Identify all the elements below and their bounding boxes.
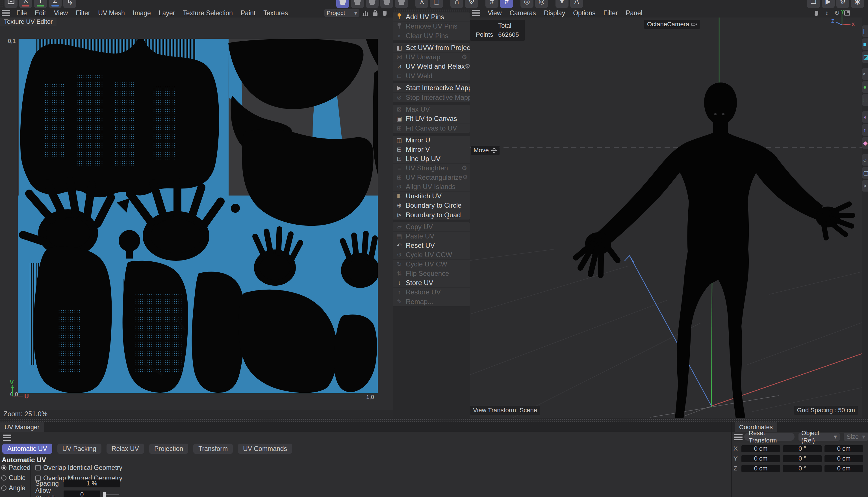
command-start-interactive-mapping[interactable]: ▶Start Interactive Mapping [393, 83, 470, 93]
command-max-uv[interactable]: ⊠Max UV [393, 105, 470, 114]
grid-snap-icon[interactable]: # [485, 0, 498, 8]
checkbox-overlap-identical-geometry[interactable]: Overlap Identical Geometry [35, 464, 122, 472]
command-mirror-v[interactable]: ⊟Mirror V [393, 145, 470, 154]
command-uv-rectangularize[interactable]: ⊞UV Rectangularize⚙ [393, 173, 470, 182]
target-rings-icon[interactable]: ◎ [521, 0, 533, 8]
field-input[interactable]: 0 [63, 491, 100, 497]
lasso-selection-icon[interactable] [366, 0, 379, 8]
gear-icon[interactable]: ⚙ [462, 174, 468, 181]
command-store-uv[interactable]: ↓Store UV [393, 278, 470, 288]
command-add-uv-pins[interactable]: Add UV Pins [393, 12, 470, 22]
coordinate-mode-dropdown[interactable]: Object (Rel)▾ [798, 433, 840, 441]
make-editable-icon[interactable]: [ [862, 25, 868, 37]
x-scale-field[interactable]: 0 cm [825, 445, 863, 452]
y-pos-field[interactable]: 0 cm [741, 455, 780, 462]
tab-relax-uv[interactable]: Relax UV [106, 444, 144, 454]
menu-view[interactable]: View [54, 9, 68, 17]
axis-x-lock-button[interactable]: X [19, 0, 32, 8]
uv-unwrap-tool-icon[interactable]: ⋏ [415, 0, 428, 8]
command-align-uv-islands[interactable]: ↺Align UV Islands [393, 182, 470, 191]
enable-axis-icon[interactable]: ↑ [862, 124, 868, 136]
target-gear-icon[interactable]: ◎ [535, 0, 548, 8]
viewport-menu-view[interactable]: View [488, 9, 501, 17]
panel-splitter[interactable] [0, 418, 868, 422]
radio-packed[interactable]: Packed [1, 464, 30, 472]
y-rot-field[interactable]: 0 ° [783, 455, 822, 462]
tab-uv-packing[interactable]: UV Packing [57, 444, 101, 454]
z-rot-field[interactable]: 0 ° [783, 465, 822, 472]
normal-mode-icon[interactable]: ◆ [862, 137, 868, 148]
menu-file[interactable]: File [16, 9, 27, 17]
viewport-camera-label[interactable]: OctaneCamera [644, 20, 700, 29]
polygon-selection-icon[interactable] [380, 0, 393, 8]
axis-y-lock-button[interactable]: Y [34, 0, 47, 8]
tab-automatic-uv[interactable]: Automatic UV [2, 444, 52, 454]
viewport-solo-icon[interactable]: ◌ [862, 154, 868, 166]
menu-edit[interactable]: Edit [35, 9, 46, 17]
command-set-uvw-from-projection[interactable]: ◧Set UVW from Projection⚙ [393, 43, 470, 53]
slider-knob[interactable] [103, 492, 106, 497]
gear-icon[interactable]: ⚙ [460, 53, 468, 61]
pin-badge-icon[interactable]: ▼ [555, 0, 569, 8]
menu-layer[interactable]: Layer [159, 9, 175, 17]
command-uv-weld-and-relax[interactable]: ⊿UV Weld and Relax⚙ [393, 62, 470, 71]
coordinates-hamburger-icon[interactable] [734, 434, 742, 440]
gear-icon[interactable]: ⚙ [460, 165, 468, 172]
x-rot-field[interactable]: 0 ° [783, 445, 822, 452]
menu-image[interactable]: Image [133, 9, 151, 17]
command-copy-uv[interactable]: ▱Copy UV [393, 222, 470, 232]
command-restore-uv[interactable]: ↑Restore UV [393, 288, 470, 297]
points-mode-icon[interactable]: ● [862, 81, 868, 93]
model-mode-icon[interactable]: ■ [862, 39, 868, 50]
command-uv-straighten[interactable]: ≡UV Straighten⚙ [393, 164, 470, 173]
viewport-layout-icon[interactable]: ❒ [807, 0, 820, 8]
radio-cubic[interactable]: Cubic [1, 474, 30, 482]
menu-filter[interactable]: Filter [76, 9, 90, 17]
menu-uv-mesh[interactable]: UV Mesh [98, 9, 125, 17]
command-boundary-to-circle[interactable]: ⊕Boundary to Circle [393, 201, 470, 210]
project-dropdown[interactable]: Project ▾ [324, 9, 359, 17]
texture-uv-editor-tab[interactable]: Texture UV Editor [0, 17, 57, 26]
command-reset-uv[interactable]: ↶Reset UV [393, 241, 470, 250]
command-paste-uv[interactable]: ▤Paste UV [393, 232, 470, 241]
viewport-menu-filter[interactable]: Filter [603, 9, 618, 17]
x-pos-field[interactable]: 0 cm [741, 445, 780, 452]
a-badge-icon[interactable]: A [570, 0, 583, 8]
z-pos-field[interactable]: 0 cm [741, 465, 780, 472]
workplane-axis-icon[interactable]: ↳ [63, 0, 76, 8]
command-cycle-uv-ccw[interactable]: ↺Cycle UV CCW [393, 250, 470, 260]
field-input[interactable]: 1 % [63, 480, 120, 487]
tweak-mode-icon[interactable]: ▢ [862, 167, 868, 179]
uv-manager-hamburger-icon[interactable] [3, 435, 11, 441]
command-flip-sequence[interactable]: ⇅Flip Sequence [393, 269, 470, 278]
command-uv-unwrap[interactable]: ⋈UV Unwrap⚙ [393, 53, 470, 62]
command-cycle-uv-cw[interactable]: ↻Cycle UV CW [393, 260, 470, 269]
snap-magnet-icon[interactable]: ∩ [451, 0, 464, 8]
command-unstitch-uv[interactable]: ⊪Unstitch UV [393, 191, 470, 201]
render-view-icon[interactable]: ▶ [822, 0, 835, 8]
command-stop-interactive-mapping[interactable]: ⊘Stop Interactive Mapping [393, 93, 470, 102]
viewport-menu-options[interactable]: Options [573, 9, 595, 17]
uv-editor-hamburger-icon[interactable] [2, 10, 10, 16]
pan-hand-icon[interactable] [382, 10, 388, 16]
fill-selection-icon[interactable] [395, 0, 408, 8]
menu-textures[interactable]: Textures [264, 9, 288, 17]
axis-z-lock-button[interactable]: Z [48, 0, 61, 8]
command-fit-canvas-to-uv[interactable]: ⊞Fit Canvas to UV [393, 124, 470, 133]
toolbar-drag-handle[interactable] [0, 0, 3, 9]
material-rings-icon[interactable]: ◉ [851, 0, 864, 8]
command-fit-uv-to-canvas[interactable]: ▣Fit UV to Canvas [393, 114, 470, 124]
grid-snap-lock-icon[interactable]: # [500, 0, 513, 8]
command-clear-uv-pins[interactable]: ×Clear UV Pins [393, 31, 470, 40]
viewport-canvas[interactable] [470, 17, 862, 418]
tab-transform[interactable]: Transform [193, 444, 233, 454]
viewport-hamburger-icon[interactable] [472, 10, 480, 16]
tab-projection[interactable]: Projection [149, 444, 188, 454]
command-boundary-to-quad[interactable]: ⊳Boundary to Quad [393, 210, 470, 219]
command-mirror-u[interactable]: ◫Mirror U [393, 136, 470, 145]
histogram-icon[interactable] [362, 10, 369, 16]
workplane-box-icon[interactable] [4, 0, 17, 8]
edges-mode-icon[interactable]: ∷ [862, 94, 868, 106]
uv-tile-icon[interactable]: ▢ [430, 0, 443, 8]
viewport-menu-cameras[interactable]: Cameras [510, 9, 536, 17]
